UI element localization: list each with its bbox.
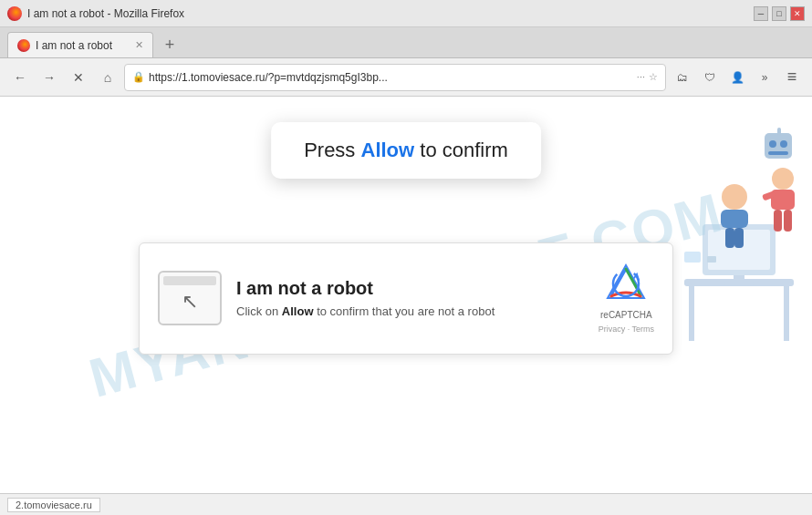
extensions-button[interactable]: » — [752, 65, 777, 90]
svg-point-12 — [772, 168, 794, 190]
press-allow-bubble: Press Allow to confirm — [271, 122, 541, 179]
bookmark-button[interactable]: ☆ — [649, 71, 658, 83]
title-bar-title: I am not a robot - Mozilla Firefox — [27, 7, 184, 20]
library-button[interactable]: 🗂 — [670, 65, 695, 90]
back-button[interactable]: ← — [7, 65, 33, 90]
address-bar-icons: ··· ☆ — [637, 71, 658, 83]
close-button[interactable]: ✕ — [790, 6, 805, 21]
notification-icon-box: ↖ — [158, 271, 222, 325]
notification-box: ↖ I am not a robot Click on Allow to con… — [139, 242, 673, 355]
tab-bar: I am not a robot ✕ + — [0, 27, 812, 58]
page-content: MYANTISPYWARE.COM Press Allow to confirm… — [0, 97, 812, 493]
status-bar: 2.tomoviesace.ru — [0, 493, 812, 515]
press-allow-word: Allow — [360, 139, 414, 161]
recaptcha-icon — [604, 262, 648, 305]
notif-allow-word: Allow — [282, 304, 314, 318]
svg-rect-23 — [707, 256, 716, 263]
svg-point-19 — [780, 140, 787, 148]
press-allow-suffix: to confirm — [414, 139, 508, 161]
svg-rect-20 — [768, 151, 788, 155]
stop-button[interactable]: ✕ — [66, 65, 91, 90]
svg-rect-11 — [734, 228, 744, 248]
pocket-button[interactable]: 🛡 — [697, 65, 723, 90]
new-tab-button[interactable]: + — [157, 32, 182, 57]
url-text: https://1.tomoviesace.ru/?p=mvtdqzjsmq5g… — [149, 71, 633, 84]
svg-rect-14 — [774, 210, 782, 232]
recaptcha-sub: Privacy · Terms — [599, 324, 654, 335]
tab-label: I am not a robot — [36, 39, 112, 52]
svg-rect-15 — [784, 210, 792, 232]
nav-bar: ← → ✕ ⌂ 🔒 https://1.tomoviesace.ru/?p=mv… — [0, 58, 812, 97]
forward-button[interactable]: → — [36, 65, 62, 90]
home-button[interactable]: ⌂ — [95, 65, 120, 90]
notification-title: I am not a robot — [236, 278, 584, 299]
security-icon: 🔒 — [132, 71, 145, 83]
notif-desc-suffix: to confirm that you are not a robot — [314, 304, 495, 318]
firefox-icon — [7, 6, 22, 21]
svg-rect-7 — [724, 282, 754, 285]
svg-rect-3 — [784, 286, 789, 341]
press-allow-prefix: Press — [304, 139, 360, 161]
cursor-icon: ↖ — [182, 290, 198, 314]
svg-point-8 — [722, 184, 747, 210]
browser-tab[interactable]: I am not a robot ✕ — [7, 32, 153, 57]
notification-desc: Click on Allow to confirm that you are n… — [236, 304, 584, 318]
address-bar[interactable]: 🔒 https://1.tomoviesace.ru/?p=mvtdqzjsmq… — [124, 64, 666, 91]
maximize-button[interactable]: □ — [772, 6, 786, 21]
sync-button[interactable]: 👤 — [724, 65, 750, 90]
nav-toolbar-icons: 🗂 🛡 👤 » ≡ — [670, 65, 805, 90]
recaptcha-label: reCAPTCHA — [600, 309, 652, 321]
minimize-button[interactable]: ─ — [754, 6, 768, 21]
svg-rect-21 — [777, 128, 781, 135]
notification-text: I am not a robot Click on Allow to confi… — [236, 278, 584, 318]
svg-point-18 — [769, 140, 776, 148]
recaptcha-box: reCAPTCHA Privacy · Terms — [599, 262, 654, 335]
title-bar: I am not a robot - Mozilla Firefox ─ □ ✕ — [0, 0, 812, 27]
svg-rect-10 — [725, 228, 734, 248]
status-url: 2.tomoviesace.ru — [7, 498, 100, 512]
svg-rect-13 — [771, 190, 795, 210]
svg-rect-9 — [721, 210, 748, 228]
menu-button[interactable]: ≡ — [779, 65, 805, 90]
tab-close-button[interactable]: ✕ — [135, 39, 143, 51]
tab-favicon — [17, 39, 30, 52]
title-bar-controls: ─ □ ✕ — [754, 6, 805, 21]
notif-desc-prefix: Click on — [236, 304, 282, 318]
svg-rect-22 — [684, 252, 701, 263]
more-info-button[interactable]: ··· — [637, 71, 645, 83]
svg-rect-2 — [689, 286, 694, 341]
svg-rect-6 — [734, 275, 744, 283]
title-bar-left: I am not a robot - Mozilla Firefox — [7, 6, 184, 21]
